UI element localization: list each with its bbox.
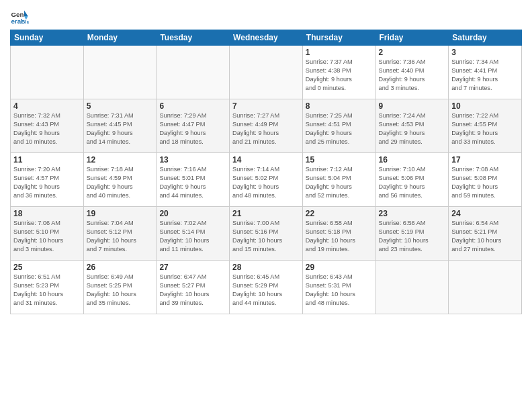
calendar-day-header: Saturday bbox=[449, 30, 522, 46]
svg-text:Blue: Blue bbox=[21, 19, 29, 25]
calendar-day-header: Sunday bbox=[11, 30, 84, 46]
calendar-cell: 9Sunrise: 7:24 AM Sunset: 4:53 PM Daylig… bbox=[375, 99, 449, 153]
calendar-week-row: 11Sunrise: 7:20 AM Sunset: 4:57 PM Dayli… bbox=[11, 153, 522, 207]
calendar-cell: 24Sunrise: 6:54 AM Sunset: 5:21 PM Dayli… bbox=[449, 207, 522, 261]
calendar-cell: 15Sunrise: 7:12 AM Sunset: 5:04 PM Dayli… bbox=[302, 153, 375, 207]
calendar-cell bbox=[449, 261, 522, 314]
day-number: 12 bbox=[87, 155, 154, 165]
calendar-cell: 11Sunrise: 7:20 AM Sunset: 4:57 PM Dayli… bbox=[11, 153, 84, 207]
day-number: 3 bbox=[451, 48, 519, 57]
day-number: 20 bbox=[159, 209, 226, 218]
calendar-cell bbox=[375, 261, 449, 314]
day-info: Sunrise: 7:20 AM Sunset: 4:57 PM Dayligh… bbox=[13, 165, 81, 200]
day-number: 1 bbox=[306, 48, 373, 57]
calendar-week-row: 4Sunrise: 7:32 AM Sunset: 4:43 PM Daylig… bbox=[11, 99, 522, 153]
calendar-cell bbox=[11, 46, 84, 99]
day-info: Sunrise: 7:08 AM Sunset: 5:08 PM Dayligh… bbox=[451, 165, 519, 200]
calendar-cell: 29Sunrise: 6:43 AM Sunset: 5:31 PM Dayli… bbox=[302, 261, 375, 314]
day-number: 16 bbox=[379, 155, 446, 165]
calendar-cell: 23Sunrise: 6:56 AM Sunset: 5:19 PM Dayli… bbox=[375, 207, 449, 261]
day-number: 19 bbox=[87, 209, 154, 218]
day-number: 27 bbox=[159, 263, 226, 272]
calendar-week-row: 18Sunrise: 7:06 AM Sunset: 5:10 PM Dayli… bbox=[11, 207, 522, 261]
day-info: Sunrise: 6:56 AM Sunset: 5:19 PM Dayligh… bbox=[379, 219, 446, 254]
day-number: 15 bbox=[306, 155, 373, 165]
day-number: 29 bbox=[306, 263, 373, 272]
day-info: Sunrise: 6:45 AM Sunset: 5:29 PM Dayligh… bbox=[232, 273, 300, 308]
day-info: Sunrise: 6:49 AM Sunset: 5:25 PM Dayligh… bbox=[87, 273, 154, 308]
day-number: 17 bbox=[451, 155, 519, 165]
calendar-cell: 19Sunrise: 7:04 AM Sunset: 5:12 PM Dayli… bbox=[83, 207, 157, 261]
day-info: Sunrise: 7:24 AM Sunset: 4:53 PM Dayligh… bbox=[379, 111, 446, 146]
calendar-cell: 3Sunrise: 7:34 AM Sunset: 4:41 PM Daylig… bbox=[449, 46, 522, 99]
day-info: Sunrise: 7:18 AM Sunset: 4:59 PM Dayligh… bbox=[87, 165, 154, 200]
day-info: Sunrise: 7:16 AM Sunset: 5:01 PM Dayligh… bbox=[159, 165, 226, 200]
day-number: 8 bbox=[306, 101, 373, 111]
day-info: Sunrise: 7:29 AM Sunset: 4:47 PM Dayligh… bbox=[159, 111, 226, 146]
header: Gen eral Blue bbox=[10, 7, 522, 26]
day-info: Sunrise: 7:14 AM Sunset: 5:02 PM Dayligh… bbox=[232, 165, 300, 200]
calendar-cell: 27Sunrise: 6:47 AM Sunset: 5:27 PM Dayli… bbox=[157, 261, 230, 314]
day-number: 5 bbox=[87, 101, 154, 111]
calendar-cell: 18Sunrise: 7:06 AM Sunset: 5:10 PM Dayli… bbox=[11, 207, 84, 261]
day-number: 24 bbox=[451, 209, 519, 218]
day-info: Sunrise: 7:04 AM Sunset: 5:12 PM Dayligh… bbox=[87, 219, 154, 254]
day-number: 22 bbox=[306, 209, 373, 218]
calendar-cell: 1Sunrise: 7:37 AM Sunset: 4:38 PM Daylig… bbox=[302, 46, 375, 99]
calendar-day-header: Tuesday bbox=[157, 30, 230, 46]
calendar-cell: 21Sunrise: 7:00 AM Sunset: 5:16 PM Dayli… bbox=[230, 207, 303, 261]
calendar-cell: 28Sunrise: 6:45 AM Sunset: 5:29 PM Dayli… bbox=[230, 261, 303, 314]
calendar-week-row: 25Sunrise: 6:51 AM Sunset: 5:23 PM Dayli… bbox=[11, 261, 522, 314]
calendar-day-header: Thursday bbox=[302, 30, 375, 46]
day-info: Sunrise: 7:37 AM Sunset: 4:38 PM Dayligh… bbox=[306, 58, 373, 93]
day-number: 11 bbox=[13, 155, 81, 165]
day-info: Sunrise: 7:02 AM Sunset: 5:14 PM Dayligh… bbox=[159, 219, 226, 254]
calendar-cell: 8Sunrise: 7:25 AM Sunset: 4:51 PM Daylig… bbox=[302, 99, 375, 153]
calendar-day-header: Monday bbox=[83, 30, 157, 46]
day-number: 13 bbox=[159, 155, 226, 165]
calendar-header-row: SundayMondayTuesdayWednesdayThursdayFrid… bbox=[11, 30, 522, 46]
day-info: Sunrise: 6:58 AM Sunset: 5:18 PM Dayligh… bbox=[306, 219, 373, 254]
day-number: 4 bbox=[13, 101, 81, 111]
calendar-cell: 7Sunrise: 7:27 AM Sunset: 4:49 PM Daylig… bbox=[230, 99, 303, 153]
calendar-cell: 13Sunrise: 7:16 AM Sunset: 5:01 PM Dayli… bbox=[157, 153, 230, 207]
calendar-cell: 22Sunrise: 6:58 AM Sunset: 5:18 PM Dayli… bbox=[302, 207, 375, 261]
day-info: Sunrise: 6:51 AM Sunset: 5:23 PM Dayligh… bbox=[13, 273, 81, 308]
calendar-cell: 25Sunrise: 6:51 AM Sunset: 5:23 PM Dayli… bbox=[11, 261, 84, 314]
calendar-cell: 5Sunrise: 7:31 AM Sunset: 4:45 PM Daylig… bbox=[83, 99, 157, 153]
day-number: 7 bbox=[232, 101, 300, 111]
calendar-cell bbox=[83, 46, 157, 99]
day-number: 28 bbox=[232, 263, 300, 272]
day-info: Sunrise: 7:36 AM Sunset: 4:40 PM Dayligh… bbox=[379, 58, 446, 93]
day-number: 21 bbox=[232, 209, 300, 218]
calendar-cell bbox=[157, 46, 230, 99]
day-number: 23 bbox=[379, 209, 446, 218]
calendar-week-row: 1Sunrise: 7:37 AM Sunset: 4:38 PM Daylig… bbox=[11, 46, 522, 99]
calendar-cell: 20Sunrise: 7:02 AM Sunset: 5:14 PM Dayli… bbox=[157, 207, 230, 261]
calendar-day-header: Friday bbox=[375, 30, 449, 46]
day-number: 14 bbox=[232, 155, 300, 165]
logo-icon: Gen eral Blue bbox=[10, 7, 29, 26]
day-info: Sunrise: 7:32 AM Sunset: 4:43 PM Dayligh… bbox=[13, 111, 81, 146]
day-number: 9 bbox=[379, 101, 446, 111]
day-info: Sunrise: 7:27 AM Sunset: 4:49 PM Dayligh… bbox=[232, 111, 300, 146]
calendar-cell: 6Sunrise: 7:29 AM Sunset: 4:47 PM Daylig… bbox=[157, 99, 230, 153]
calendar-cell bbox=[230, 46, 303, 99]
day-info: Sunrise: 7:25 AM Sunset: 4:51 PM Dayligh… bbox=[306, 111, 373, 146]
calendar-cell: 12Sunrise: 7:18 AM Sunset: 4:59 PM Dayli… bbox=[83, 153, 157, 207]
day-number: 25 bbox=[13, 263, 81, 272]
calendar-cell: 17Sunrise: 7:08 AM Sunset: 5:08 PM Dayli… bbox=[449, 153, 522, 207]
day-info: Sunrise: 7:06 AM Sunset: 5:10 PM Dayligh… bbox=[13, 219, 81, 254]
calendar-cell: 10Sunrise: 7:22 AM Sunset: 4:55 PM Dayli… bbox=[449, 99, 522, 153]
day-info: Sunrise: 6:47 AM Sunset: 5:27 PM Dayligh… bbox=[159, 273, 226, 308]
day-number: 10 bbox=[451, 101, 519, 111]
calendar: SundayMondayTuesdayWednesdayThursdayFrid… bbox=[10, 30, 522, 314]
day-info: Sunrise: 7:31 AM Sunset: 4:45 PM Dayligh… bbox=[87, 111, 154, 146]
day-number: 6 bbox=[159, 101, 226, 111]
calendar-cell: 4Sunrise: 7:32 AM Sunset: 4:43 PM Daylig… bbox=[11, 99, 84, 153]
day-info: Sunrise: 7:34 AM Sunset: 4:41 PM Dayligh… bbox=[451, 58, 519, 93]
logo: Gen eral Blue bbox=[10, 7, 32, 26]
day-number: 26 bbox=[87, 263, 154, 272]
day-number: 18 bbox=[13, 209, 81, 218]
page: Gen eral Blue SundayMondayTuesdayWednesd… bbox=[0, 0, 532, 411]
